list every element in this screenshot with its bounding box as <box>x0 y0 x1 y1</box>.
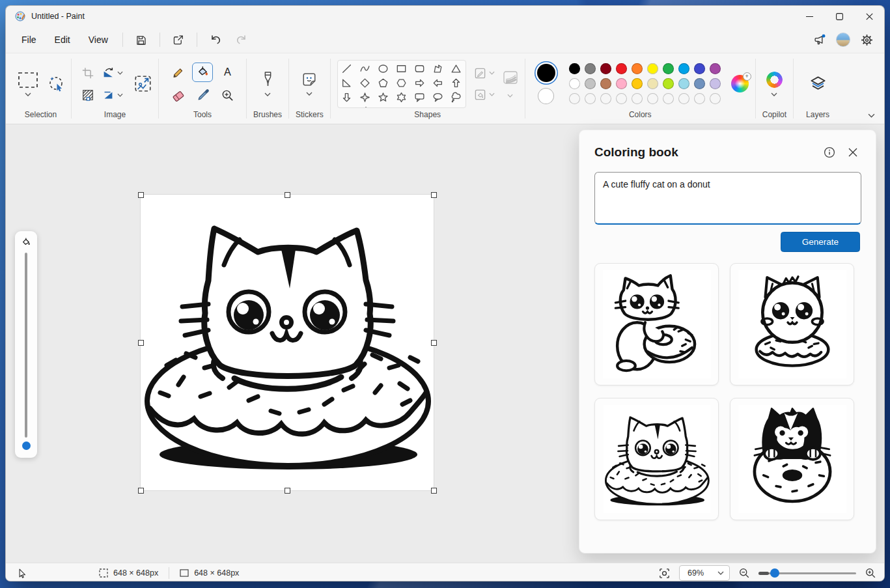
pentagon-shape-icon[interactable] <box>376 77 391 90</box>
paint-canvas[interactable] <box>141 195 434 490</box>
line-shape-icon[interactable] <box>339 63 355 76</box>
menu-edit[interactable]: Edit <box>46 31 79 49</box>
color-swatch[interactable] <box>616 63 627 74</box>
polygon-shape-icon[interactable] <box>430 63 446 76</box>
curve-shape-icon[interactable] <box>357 63 373 76</box>
chevron-down-icon[interactable] <box>489 71 495 75</box>
maximize-button[interactable] <box>824 6 854 27</box>
selection-handle-middle-right[interactable] <box>431 340 437 346</box>
info-button[interactable] <box>820 143 839 162</box>
close-button[interactable] <box>854 6 884 27</box>
arrow-down-shape-icon[interactable] <box>339 91 355 104</box>
redo-button[interactable] <box>229 30 255 49</box>
resize-image-button[interactable] <box>134 75 152 92</box>
minimize-button[interactable] <box>794 6 824 27</box>
chevron-down-icon[interactable] <box>306 92 313 96</box>
shape-outline-button[interactable] <box>474 67 495 79</box>
color-swatch[interactable] <box>585 78 596 89</box>
resize-skew-button[interactable] <box>81 89 94 102</box>
six-point-star-shape-icon[interactable] <box>394 91 410 104</box>
text-tool-button[interactable]: A <box>217 63 237 81</box>
chevron-down-icon[interactable] <box>507 94 513 98</box>
color-swatch[interactable] <box>694 63 705 74</box>
thumbnail-cat-hugging-donut[interactable] <box>594 263 719 385</box>
color-swatch[interactable] <box>678 78 689 89</box>
thumbnail-cat-head-in-donut[interactable] <box>594 398 719 520</box>
magic-select-button[interactable] <box>48 76 64 92</box>
selection-handle-bottom-left[interactable] <box>138 488 144 494</box>
brushes-button[interactable] <box>260 71 275 88</box>
zoom-out-button[interactable] <box>738 567 750 579</box>
arrow-right-shape-icon[interactable] <box>412 77 428 90</box>
zoom-slider-handle[interactable] <box>770 568 779 578</box>
rounded-callout-shape-icon[interactable] <box>412 91 428 104</box>
five-point-star-shape-icon[interactable] <box>376 91 391 104</box>
tolerance-slider-handle[interactable] <box>22 441 31 450</box>
rectangle-shape-icon[interactable] <box>394 63 410 76</box>
flip-button[interactable] <box>102 89 123 102</box>
color-swatch[interactable] <box>600 63 611 74</box>
chevron-down-icon[interactable] <box>264 92 271 96</box>
prompt-input[interactable]: A cute fluffy cat on a donut <box>594 172 861 225</box>
thumbnail-round-cat-on-donut[interactable] <box>730 263 854 385</box>
edit-colors-button[interactable]: + <box>731 75 749 92</box>
crop-button[interactable] <box>81 66 94 79</box>
chevron-down-icon[interactable] <box>489 92 495 96</box>
chevron-down-icon[interactable] <box>771 92 777 96</box>
arrow-up-shape-icon[interactable] <box>449 77 464 90</box>
triangle-shape-icon[interactable] <box>449 63 464 76</box>
menu-file[interactable]: File <box>12 31 46 49</box>
custom-color-slot[interactable] <box>632 93 643 104</box>
chevron-down-icon[interactable] <box>117 71 123 75</box>
oval-callout-shape-icon[interactable] <box>430 91 446 104</box>
hexagon-shape-icon[interactable] <box>394 77 410 90</box>
color-swatch[interactable] <box>710 78 721 89</box>
selection-handle-bottom-center[interactable] <box>285 488 290 494</box>
color-swatch[interactable] <box>569 63 580 74</box>
color-swatch[interactable] <box>663 78 674 89</box>
color-swatch[interactable] <box>694 78 705 89</box>
rotate-button[interactable] <box>102 66 123 79</box>
close-panel-button[interactable] <box>843 143 863 162</box>
selection-handle-bottom-right[interactable] <box>431 488 437 494</box>
zoom-in-button[interactable] <box>865 567 876 579</box>
color-swatch[interactable] <box>647 63 658 74</box>
shape-fill-button[interactable] <box>474 89 495 101</box>
custom-color-slot[interactable] <box>694 93 705 104</box>
custom-color-slot[interactable] <box>569 93 580 104</box>
chevron-down-icon[interactable] <box>117 93 123 97</box>
pencil-tool-button[interactable] <box>168 63 188 81</box>
share-button[interactable] <box>165 30 191 49</box>
four-point-star-shape-icon[interactable] <box>357 91 373 104</box>
eraser-tool-button[interactable] <box>168 87 188 105</box>
custom-color-slot[interactable] <box>585 93 596 104</box>
color-swatch[interactable] <box>632 63 643 74</box>
rectangle-select-button[interactable] <box>17 72 39 89</box>
zoom-level-dropdown[interactable]: 69% <box>679 565 730 581</box>
color-swatch[interactable] <box>632 78 643 89</box>
color-swatch[interactable] <box>569 78 580 89</box>
selection-handle-top-right[interactable] <box>431 192 437 198</box>
lightning-shape-icon[interactable] <box>357 105 373 108</box>
settings-button[interactable] <box>857 30 876 49</box>
thumbnail-black-white-cat-on-donut[interactable] <box>730 398 854 520</box>
stroke-size-button[interactable] <box>503 70 518 85</box>
cloud-callout-shape-icon[interactable] <box>449 91 464 104</box>
custom-color-slot[interactable] <box>647 93 658 104</box>
chevron-down-icon[interactable] <box>25 92 31 96</box>
fit-to-screen-button[interactable] <box>658 567 671 580</box>
custom-color-slot[interactable] <box>710 93 721 104</box>
color-swatch[interactable] <box>585 63 596 74</box>
diamond-shape-icon[interactable] <box>357 77 373 90</box>
menu-view[interactable]: View <box>79 31 117 49</box>
custom-color-slot[interactable] <box>616 93 627 104</box>
magnifier-tool-button[interactable] <box>217 87 237 105</box>
foreground-color-swatch[interactable] <box>537 64 555 82</box>
save-button[interactable] <box>128 30 154 49</box>
color-picker-tool-button[interactable] <box>193 87 212 105</box>
arrow-left-shape-icon[interactable] <box>430 77 446 90</box>
selection-handle-middle-left[interactable] <box>138 340 144 346</box>
selection-handle-top-left[interactable] <box>138 192 144 198</box>
undo-button[interactable] <box>202 30 229 49</box>
background-color-swatch[interactable] <box>538 88 554 104</box>
